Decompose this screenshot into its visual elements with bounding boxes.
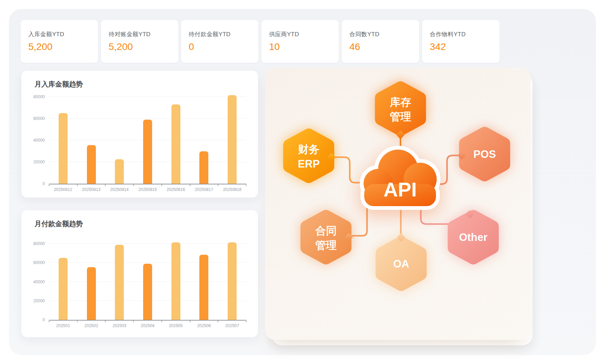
x-tick-label: 202502: [77, 323, 106, 328]
y-tick-label: 0: [42, 317, 45, 322]
y-tick-label: 20000: [33, 160, 45, 164]
x-tick-label: 20250814: [105, 187, 133, 192]
x-tick-mark: [49, 184, 49, 186]
x-tick-mark: [161, 321, 162, 322]
bar-chart-plot: 020000400006000080000: [49, 240, 246, 321]
x-tick-label: 20250812: [49, 187, 77, 192]
kpi-card-to-reconcile: 待对账金额YTD 5,200: [101, 20, 178, 63]
api-cloud: API: [364, 150, 437, 206]
node-label: OA: [393, 258, 409, 270]
bar: [115, 159, 124, 184]
x-tick-mark: [218, 321, 218, 322]
bar: [59, 258, 68, 320]
y-tick-label: 40000: [33, 280, 45, 284]
connector-contract: [353, 205, 367, 236]
y-tick-label: 60000: [33, 260, 45, 265]
dashboard-page: 入库金额YTD 5,200 待对账金额YTD 5,200 待付款金额YTD 0 …: [0, 0, 605, 364]
chart-card-monthly-inbound: 月入库金额趋势 020000400006000080000 2025081220…: [21, 71, 258, 198]
node-oa: OA: [381, 233, 421, 285]
hexagon-shape: [289, 134, 328, 177]
bar: [143, 264, 152, 320]
node-contract-management: 合同 管理: [306, 216, 353, 259]
gridline: [49, 243, 246, 244]
kpi-card-suppliers: 供应商YTD 10: [261, 20, 339, 63]
x-tick-mark: [246, 321, 247, 322]
bar: [87, 145, 96, 184]
bar: [143, 120, 152, 184]
bar: [228, 95, 237, 184]
y-tick-label: 0: [42, 181, 45, 186]
kpi-card-contracts: 合同数YTD 46: [342, 20, 419, 63]
chart-title: 月入库金额趋势: [34, 80, 83, 89]
bar: [199, 151, 208, 184]
bar: [115, 245, 124, 320]
bar: [199, 255, 208, 320]
kpi-card-materials: 合作物料YTD 342: [422, 20, 499, 63]
gridline: [49, 262, 246, 263]
x-tick-mark: [105, 321, 106, 322]
x-tick-mark: [246, 184, 247, 186]
kpi-value: 0: [189, 41, 194, 52]
kpi-label: 供应商YTD: [269, 30, 299, 38]
chart-title: 月付款金额趋势: [34, 219, 83, 229]
hexagon-shape: [381, 87, 420, 130]
kpi-value: 342: [430, 41, 446, 52]
kpi-value: 10: [269, 41, 280, 52]
x-tick-label: 202504: [133, 323, 162, 328]
node-label-line1: 库存: [389, 96, 411, 108]
y-tick-label: 60000: [33, 116, 45, 121]
node-label-line1: 财务: [298, 143, 319, 155]
x-tick-label: 20250816: [162, 187, 190, 192]
node-label: Other: [459, 231, 488, 243]
x-tick-label: 20250817: [190, 187, 218, 192]
x-tick-mark: [77, 184, 78, 186]
kpi-value: 5,200: [28, 41, 52, 52]
node-label-line2: ERP: [298, 158, 320, 170]
node-label: POS: [473, 148, 496, 160]
y-tick-label: 20000: [33, 299, 45, 303]
x-tick-label: 202506: [190, 323, 218, 328]
x-tick-mark: [77, 321, 78, 322]
x-tick-mark: [190, 321, 190, 322]
bar: [59, 113, 68, 184]
node-label-line2: 管理: [315, 239, 337, 251]
x-tick-mark: [49, 321, 49, 322]
api-label: API: [384, 178, 417, 201]
x-tick-label: 20250813: [77, 187, 106, 192]
x-tick-label: 202507: [218, 323, 246, 328]
x-tick-mark: [190, 184, 190, 186]
x-tick-mark: [218, 184, 218, 186]
node-inventory-management: 库存 管理: [381, 87, 420, 139]
y-tick-label: 80000: [33, 241, 45, 246]
x-axis-labels: 2025012025022025032025042025052025062025…: [49, 323, 246, 329]
y-tick-label: 40000: [33, 138, 45, 143]
kpi-label: 合同数YTD: [349, 30, 379, 38]
gridline: [49, 97, 246, 97]
kpi-label: 待对账金额YTD: [109, 30, 150, 38]
kpi-label: 合作物料YTD: [430, 30, 466, 38]
kpi-card-to-pay: 待付款金额YTD 0: [181, 20, 258, 63]
x-tick-label: 20250815: [133, 187, 162, 192]
kpi-value: 46: [349, 41, 360, 52]
x-axis-ticks: [49, 321, 246, 323]
gridline: [49, 118, 246, 119]
api-integration-diagram: 库存 管理 财务 ERP POS 合同 管理: [265, 68, 530, 340]
bar: [87, 267, 96, 320]
x-tick-label: 20250818: [218, 187, 246, 192]
x-tick-mark: [161, 184, 162, 186]
node-label-line2: 管理: [389, 111, 411, 123]
node-other: Other: [454, 210, 493, 259]
bar: [228, 242, 237, 320]
bar-chart-plot: 020000400006000080000: [49, 93, 246, 184]
kpi-value: 5,200: [109, 41, 133, 52]
y-tick-label: 80000: [33, 94, 45, 99]
bar: [171, 104, 180, 184]
node-finance-erp: 财务 ERP: [289, 134, 336, 177]
bar: [171, 242, 180, 320]
x-tick-mark: [105, 184, 106, 186]
api-integration-panel: 库存 管理 财务 ERP POS 合同 管理: [265, 68, 530, 340]
kpi-label: 待付款金额YTD: [189, 30, 230, 38]
x-tick-mark: [133, 321, 134, 322]
x-tick-label: 202501: [49, 323, 77, 328]
x-axis-labels: 2025081220250813202508142025081520250816…: [49, 187, 246, 193]
